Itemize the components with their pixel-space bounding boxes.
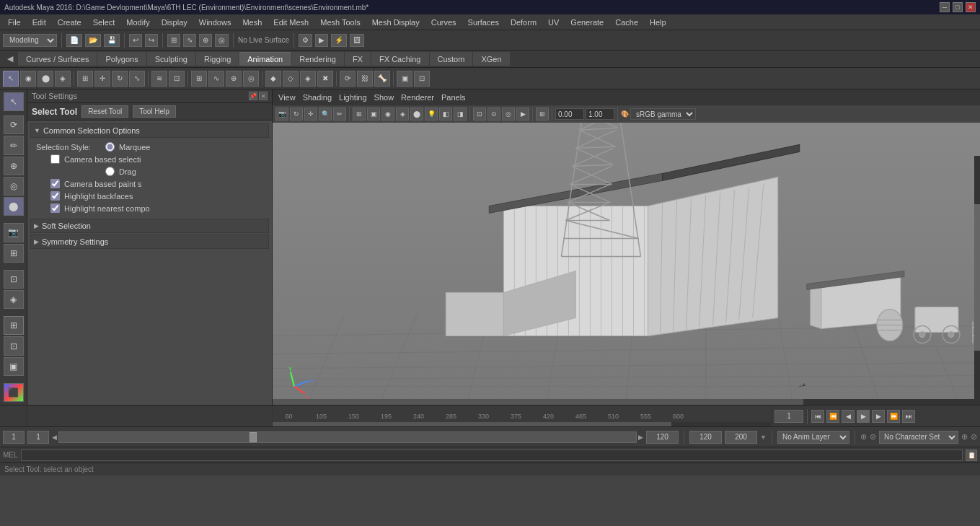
paint-select-btn[interactable]: ⬤ [37,71,53,87]
current-frame-field[interactable] [774,410,803,423]
menu-help[interactable]: Help [645,17,671,28]
marquee-radio[interactable] [105,142,115,152]
save-file-btn[interactable]: 💾 [104,34,120,47]
lasso-select-btn[interactable]: ◉ [20,71,36,87]
paint-left-btn[interactable]: ⟳ [4,115,24,134]
skip-fwd-btn[interactable]: ⏭ [902,410,915,423]
tab-fx-caching[interactable]: FX Caching [371,52,428,66]
snap-pt-icon-btn[interactable]: ⊕ [226,71,242,87]
menu-cache[interactable]: Cache [610,17,643,28]
viewport-scrollbar-v[interactable] [974,156,980,399]
vp-flat-btn[interactable]: ◈ [396,108,409,120]
soft-mod-btn[interactable]: ≋ [151,71,167,87]
snap-point-btn[interactable]: ⊕ [199,34,212,47]
select-left-btn[interactable]: ↖ [4,92,24,111]
vp-menu-shading[interactable]: Shading [303,93,332,102]
component-select-btn[interactable]: ◈ [55,71,71,87]
snap-grid-btn[interactable]: ⊞ [167,34,180,47]
close-button[interactable]: ✕ [966,2,976,12]
tab-rendering[interactable]: Rendering [291,52,344,66]
viewport-scrollbar-h[interactable] [273,399,980,405]
undo-btn[interactable]: ↩ [129,34,142,47]
mel-input[interactable] [21,450,963,461]
menu-uv[interactable]: UV [543,17,564,28]
menu-mesh-tools[interactable]: Mesh Tools [315,17,365,28]
camera-based-sel-checkbox[interactable] [50,154,60,164]
minimize-button[interactable]: ─ [940,2,950,12]
tool-help-btn[interactable]: Tool Help [133,105,176,118]
tab-pin[interactable]: ◀ [3,53,17,65]
menu-edit-mesh[interactable]: Edit Mesh [268,17,314,28]
ts-pin-btn[interactable]: 📌 [249,92,257,100]
anim-layer-select[interactable]: No Anim Layer [777,431,849,444]
step-fwd-btn[interactable]: ⏩ [887,410,900,423]
tab-curves-surfaces[interactable]: Curves / Surfaces [18,52,97,66]
move-btn[interactable]: ✛ [94,71,110,87]
viewport[interactable]: View Shading Lighting Show Renderer Pane… [273,89,980,405]
vp-pen-btn[interactable]: ✏ [333,108,346,120]
anim-start-field[interactable] [27,431,49,444]
tab-polygons[interactable]: Polygons [97,52,146,66]
brush-left-btn[interactable]: ⊕ [4,157,24,175]
vp-menu-view[interactable]: View [278,93,296,102]
graph-left-btn[interactable]: ⊡ [4,270,24,289]
menu-mesh-display[interactable]: Mesh Display [367,17,425,28]
timeline-scrollbar[interactable] [273,422,771,426]
vp-camera-btn[interactable]: 📷 [275,108,288,120]
rotate-btn[interactable]: ↻ [112,71,128,87]
highlight-nearest-checkbox[interactable] [50,203,60,213]
char-set-remove-btn[interactable]: ⊘ [971,432,977,442]
mode-select[interactable]: Modeling Rigging Animation [3,34,57,47]
ts-close-btn[interactable]: ✕ [259,92,268,100]
tab-custom[interactable]: Custom [430,52,473,66]
vp-hud-btn[interactable]: ⊞ [536,108,549,120]
vp-orbit-btn[interactable]: ↻ [290,108,303,120]
time-left-btn[interactable]: ⊞ [4,316,24,335]
scale-btn[interactable]: ⤡ [129,71,145,87]
show-manipulator-btn[interactable]: ⊡ [169,71,185,87]
open-file-btn[interactable]: 📂 [85,34,101,47]
play-fwd-btn[interactable]: ▶ [857,410,870,423]
skip-back-btn[interactable]: ⏮ [811,410,824,423]
drag-radio[interactable] [105,167,115,176]
menu-display[interactable]: Display [156,17,193,28]
menu-file[interactable]: File [3,17,26,28]
mel-script-icon[interactable]: 📋 [966,450,977,461]
vp-playback-btn[interactable]: ▶ [516,108,529,120]
transform-btn[interactable]: ⊞ [77,71,93,87]
vp-toggle-btn[interactable]: ⊙ [487,108,500,120]
vp-menu-lighting[interactable]: Lighting [339,93,367,102]
snap-surf-icon-btn[interactable]: ◎ [243,71,259,87]
next-frame-btn[interactable]: ▶ [872,410,885,423]
menu-windows[interactable]: Windows [194,17,237,28]
playback-slider[interactable] [58,431,637,443]
render-settings-btn[interactable]: ⚙ [299,34,312,47]
fps-field[interactable] [725,431,757,444]
vp-ao-btn[interactable]: ◨ [454,108,467,120]
ipr-btn[interactable]: ⚡ [331,34,347,47]
vp-menu-panels[interactable]: Panels [441,93,466,102]
ts-section-common-header[interactable]: ▼ Common Selection Options [30,123,269,138]
vp-near-clip-field[interactable] [555,108,584,120]
char-set-icon-2[interactable]: ⊘ [870,432,876,442]
anim-left-btn[interactable]: ◈ [4,290,24,309]
vp-colorspace-select[interactable]: sRGB gamma [630,108,696,120]
new-file-btn[interactable]: 📄 [66,34,82,47]
vp-smooth-btn[interactable]: ◉ [381,108,394,120]
highlight-backfaces-checkbox[interactable] [50,191,60,201]
vp-x-ray-btn[interactable]: ⊡ [473,108,486,120]
menu-select[interactable]: Select [88,17,120,28]
vp-menu-show[interactable]: Show [374,93,394,102]
sculpt-left-btn[interactable]: ✏ [4,136,24,154]
redo-btn[interactable]: ↪ [145,34,158,47]
menu-create[interactable]: Create [53,17,87,28]
tab-xgen[interactable]: XGen [473,52,509,66]
menu-curves[interactable]: Curves [426,17,462,28]
snap-grid-icon-btn[interactable]: ⊞ [191,71,207,87]
smooth-left-btn[interactable]: ◎ [4,177,24,196]
fill-left-btn[interactable]: ⬤ [4,197,24,216]
ts-section-symmetry-header[interactable]: ▶ Symmetry Settings [30,234,269,249]
vp-tex-btn[interactable]: ⬤ [410,108,423,120]
snap-curve-btn[interactable]: ∿ [183,34,196,47]
char-set-add-btn[interactable]: ⊕ [961,432,968,442]
